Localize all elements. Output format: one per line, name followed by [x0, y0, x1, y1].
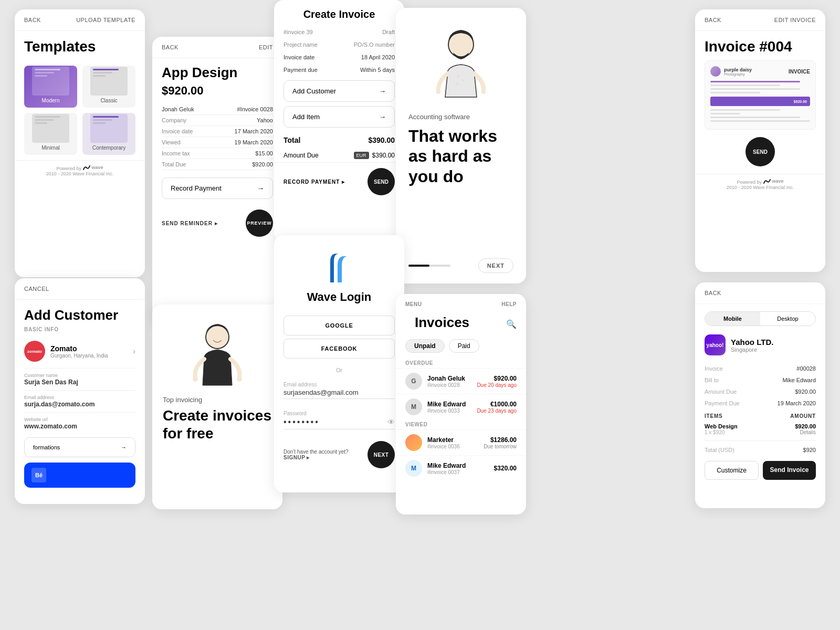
search-icon[interactable]: 🔍 [506, 319, 517, 329]
edit-button[interactable]: EDIT [259, 44, 273, 50]
detail-row-amount: Amount Due $920.00 [695, 386, 825, 397]
item-row: Web Design 1 x $920 $920.00 Details [695, 421, 825, 437]
signup-text: Don't have the account yet? SIGNUP ▸ [284, 449, 349, 460]
top-invoicing-sub: Top invoicing [163, 396, 272, 404]
overdue-label: OVERDUE [396, 358, 526, 368]
back-button[interactable]: BACK [705, 17, 721, 23]
amount-due-value: $390.00 [372, 152, 395, 159]
tab-mobile[interactable]: Mobile [705, 312, 760, 326]
yahoo-ltd-nav: BACK [695, 282, 825, 304]
viewed-label: VIEWED [396, 419, 526, 429]
template-minimal[interactable]: Minimal [24, 113, 77, 155]
back-button[interactable]: BACK [24, 17, 41, 23]
send-button[interactable]: SEND [368, 168, 395, 195]
add-customer-card: CANCEL Add Customer BASIC INFO zomato Zo… [15, 278, 145, 504]
invoice-list-item-mike2[interactable]: M Mike Edward #invoice 0037 $320.00 [396, 455, 526, 481]
invoice-list-item-marketer[interactable]: Marketer #invoice 0036 $1286.00 Due tomo… [396, 429, 526, 455]
template-contemporary[interactable]: Contemporary [82, 113, 135, 155]
invoice-row-date: Invoice date 17 March 2020 [162, 126, 273, 137]
login-or: Or [274, 362, 404, 379]
wave-logo: wave [763, 178, 784, 184]
svg-point-4 [206, 326, 229, 349]
customize-button[interactable]: Customize [705, 461, 759, 480]
customer-info: Zomato Gurgaon, Haryana, India [50, 344, 128, 359]
invoice-row-total-due: Total Due $920.00 [162, 159, 273, 170]
progress-track [408, 265, 450, 267]
create-invoice-card: Create Invoice #invoice 39 Draft Project… [274, 0, 404, 242]
wave-double-stripe-icon [326, 251, 352, 285]
add-item-button[interactable]: Add Item → [284, 106, 395, 128]
template-grid: Modern Classic Minimal [15, 60, 145, 160]
items-section-header: ITEMS AMOUNT [695, 409, 825, 421]
send-invoice-button[interactable]: Send Invoice [763, 461, 816, 480]
signup-button[interactable]: SIGNUP ▸ [284, 455, 310, 460]
divider [24, 390, 135, 391]
record-payment-link[interactable]: RECORD PAYMENT ▸ [284, 179, 345, 185]
wave-logo: wave [83, 165, 103, 170]
yahoo-location: Singapore [731, 346, 773, 353]
back-button[interactable]: BACK [162, 44, 178, 50]
preview-button[interactable]: PREVIEW [246, 209, 273, 237]
invoice-list-item-geluk[interactable]: G Jonah Geluk #invoice 0028 $920.00 Due … [396, 368, 526, 394]
add-customer-button[interactable]: Add Customer → [284, 80, 395, 102]
upload-template-button[interactable]: UPLOAD TEMPLATE [76, 17, 135, 23]
google-login-button[interactable]: GOOGLE [284, 316, 395, 335]
preview-line [710, 120, 810, 122]
invoice-row-company: Company Yahoo [162, 115, 273, 126]
behance-button[interactable]: Bē [24, 463, 135, 488]
template-classic[interactable]: Classic [82, 66, 135, 108]
templates-nav: BACK UPLOAD TEMPLATE [15, 9, 145, 31]
invoice-detail-card: BACK EDIT App Design $920.00 Jonah Geluk… [152, 37, 282, 323]
record-payment-button[interactable]: Record Payment → [162, 177, 273, 199]
next-button[interactable]: NEXT [368, 441, 395, 468]
invoice-date-label: Invoice date [284, 54, 314, 60]
wave-login-title: Wave Login [274, 290, 404, 312]
preview-line [710, 109, 780, 111]
preview-line [710, 81, 800, 82]
menu-button[interactable]: MENU [405, 301, 422, 307]
invoice-number: #invoice 39 [284, 29, 313, 35]
row-label: Jonah Geluk [162, 106, 194, 112]
invoice-item-right: $1286.00 Due tomorrow [484, 436, 517, 449]
customer-item[interactable]: zomato Zomato Gurgaon, Haryana, India › [15, 337, 145, 366]
invoice-004-nav: BACK EDIT INVOICE [695, 9, 825, 31]
edit-invoice-button[interactable]: EDIT INVOICE [774, 17, 816, 23]
templates-title: Templates [15, 31, 145, 60]
details-link[interactable]: Details [795, 429, 816, 435]
invoice-list-item-mike[interactable]: M Mike Edward #invoice 0033 €1000.00 Due… [396, 394, 526, 419]
invoice-status: Draft [382, 29, 395, 35]
invoice-item-right: $320.00 [494, 465, 517, 472]
help-button[interactable]: HELP [501, 301, 517, 307]
preview-header: purple daisy Photography INVOICE [710, 66, 810, 77]
invoice-detail-rows: Jonah Geluk #Invoice 0028 Company Yahoo … [152, 104, 282, 170]
send-button[interactable]: SEND [746, 137, 775, 166]
accounting-headline: That works as hard as you do [408, 126, 513, 186]
progress-fill [408, 265, 429, 267]
eye-icon[interactable]: 👁 [387, 418, 395, 426]
facebook-login-button[interactable]: FACEBOOK [284, 339, 395, 359]
tab-paid[interactable]: Paid [449, 339, 479, 353]
more-info-button[interactable]: formations → [24, 437, 135, 457]
accounting-card: Accounting software That works as hard a… [396, 8, 526, 284]
powered-by-footer: Powered by wave 2010 - 2020 Wave Financi… [695, 174, 825, 194]
cancel-button[interactable]: CANCEL [24, 286, 49, 292]
template-modern[interactable]: Modern [24, 66, 77, 108]
next-button[interactable]: NEXT [478, 258, 513, 273]
preview-total-value: $920.00 [794, 100, 807, 103]
row-label: Income tax [162, 150, 190, 156]
tab-unpaid[interactable]: Unpaid [405, 339, 445, 353]
project-name-label: Project name [284, 41, 318, 48]
wave-icon [83, 165, 90, 170]
detail-row-invoice: Invoice #00028 [695, 363, 825, 374]
preview-lines: $920.00 [710, 81, 810, 122]
progress-container: NEXT [408, 253, 513, 273]
invoice-item-right: $920.00 Due 20 days ago [477, 375, 517, 388]
tab-desktop[interactable]: Desktop [760, 312, 815, 326]
template-minimal-label: Minimal [41, 145, 59, 151]
bottom-buttons: Customize Send Invoice [695, 456, 825, 487]
back-button[interactable]: BACK [705, 290, 721, 296]
currency-badge: EUR [354, 152, 369, 159]
avatar-mike2: M [405, 460, 422, 477]
send-reminder-button[interactable]: SEND REMINDER ▸ [162, 220, 218, 226]
invoice-item-info: Mike Edward #invoice 0033 [427, 401, 471, 414]
